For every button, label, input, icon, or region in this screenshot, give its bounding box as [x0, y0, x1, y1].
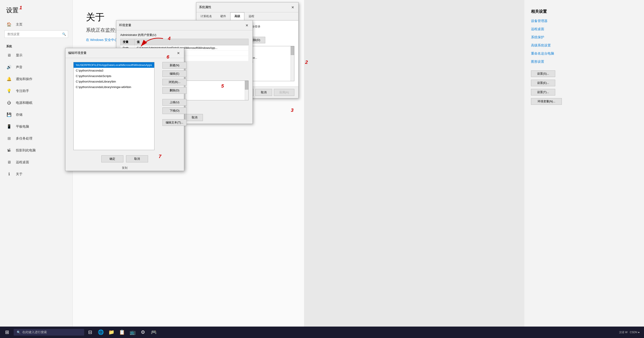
env-scrollbar-thumb[interactable] [245, 81, 248, 90]
taskbar-search-text: 在此键入进行搜索 [22, 330, 47, 334]
env-table-header-var: 变量 [120, 39, 134, 45]
scrollbar-thumb[interactable] [290, 46, 294, 55]
edit-env-item-4[interactable]: C:\python\Anaconda\Library\mingw-w64\bin [74, 84, 154, 90]
edit-env-list: %USERPROFILE%\AppData\Local\Microsoft\Wi… [73, 62, 154, 150]
annotation-2: 2 [305, 59, 308, 65]
edit-env-cancel-button[interactable]: 取消 [126, 155, 148, 163]
edit-env-ok-button[interactable]: 确定 [101, 155, 124, 163]
env-vars-cancel-button[interactable]: 取消 [186, 114, 203, 121]
tab-advanced[interactable]: 高级 [230, 12, 244, 20]
home-icon: 🏠 [6, 21, 12, 27]
sidebar-item-power[interactable]: ⏻ 电源和睡眠 [0, 97, 72, 109]
display-icon: 🖥 [6, 52, 12, 58]
env-vars-button[interactable]: 环境变量(N)... [531, 98, 562, 105]
taskbar-search[interactable]: 🔍 在此键入进行搜索 [14, 329, 84, 336]
related-link-device-manager[interactable]: 设备管理器 [531, 19, 638, 23]
sidebar-item-display[interactable]: 🖥 显示 [0, 49, 72, 61]
edit-env-item-2[interactable]: C:\python\Anaconda\Scripts [74, 73, 154, 79]
env-scrollbar-track[interactable] [245, 81, 248, 100]
env-vars-titlebar: 环境变量 ✕ [116, 20, 252, 30]
env-vars-close-button[interactable]: ✕ [244, 22, 250, 28]
edit-env-edit-button[interactable]: 编辑(E) [162, 70, 186, 77]
search-input[interactable] [4, 30, 68, 38]
tablet-label: 平板电脑 [16, 125, 29, 129]
env-table-header-value: 值 [134, 39, 248, 45]
system-props-title: 系统属性 [199, 5, 211, 9]
taskbar-icon-task-view[interactable]: ⊟ [86, 328, 95, 337]
taskbar-icon-app1[interactable]: 📋 [117, 328, 126, 337]
sound-icon: 🔊 [6, 64, 12, 70]
search-container: 🔍 [4, 30, 68, 38]
settings-title-text: 设置 [6, 7, 18, 14]
about-icon: ℹ [6, 171, 12, 177]
multitask-label: 多任务处理 [16, 137, 32, 141]
sidebar-item-focus[interactable]: 💡 专注助手 [0, 85, 72, 97]
related-link-rename-pc[interactable]: 重命名这台电脑 [531, 51, 638, 56]
sound-label: 声音 [16, 65, 22, 69]
tab-remote[interactable]: 远程 [244, 12, 258, 20]
taskbar-icon-edge[interactable]: 🌐 [96, 328, 105, 337]
system-props-close-button[interactable]: ✕ [290, 4, 296, 10]
notifications-label: 通知和操作 [16, 77, 32, 81]
scrollbar-track[interactable] [290, 46, 294, 81]
focus-icon: 💡 [6, 88, 12, 94]
edit-env-browse-button[interactable]: 浏览(B)... [162, 79, 186, 85]
edit-env-new-button[interactable]: 新建(N) [162, 62, 186, 69]
related-link-advanced-system[interactable]: 高级系统设置 [531, 43, 638, 47]
system-props-apply-button[interactable]: 应用(A) [274, 89, 294, 96]
system-props-tabs: 计算机名 硬件 高级 远程 [196, 12, 298, 20]
sidebar-item-sound[interactable]: 🔊 声音 [0, 61, 72, 73]
sidebar-item-storage[interactable]: 💾 存储 [0, 109, 72, 121]
taskbar-icon-settings[interactable]: ⚙ [138, 328, 148, 337]
power-icon: ⏻ [6, 100, 12, 106]
home-label: 主页 [16, 22, 22, 27]
related-link-system-protection[interactable]: 系统保护 [531, 35, 638, 39]
notifications-icon: 🔔 [6, 76, 12, 82]
edit-env-content: %USERPROFILE%\AppData\Local\Microsoft\Wi… [66, 58, 184, 153]
edit-env-list-container: %USERPROFILE%\AppData\Local\Microsoft\Wi… [70, 62, 158, 153]
tab-computer-name[interactable]: 计算机名 [196, 12, 216, 20]
system-props-cancel-button[interactable]: 取消 [255, 89, 272, 96]
taskbar-clock: CSDN ● [630, 331, 640, 334]
taskbar-icon-app3[interactable]: 🎮 [149, 328, 158, 337]
sidebar-item-notifications[interactable]: 🔔 通知和操作 [0, 73, 72, 85]
sidebar-item-remote[interactable]: 🖥 远程桌面 [0, 156, 72, 168]
taskbar: ⊞ 🔍 在此键入进行搜索 ⊟ 🌐 📁 📋 📺 ⚙ 🎮 汉语 W CSDN ● [0, 327, 644, 338]
project-label: 投影到此电脑 [16, 148, 36, 153]
edit-env-item-3[interactable]: C:\python\Anaconda\Library\bin [74, 79, 154, 84]
start-button[interactable]: ⊞ [2, 327, 12, 338]
edit-env-down-button[interactable]: 下移(O) [162, 107, 186, 114]
related-link-graphics[interactable]: 图形设置 [531, 60, 638, 64]
sidebar-item-project[interactable]: 📽 投影到此电脑 [0, 144, 72, 156]
edit-env-footer: 确定 取消 [66, 153, 184, 165]
display-label: 显示 [16, 53, 22, 57]
edit-env-up-button[interactable]: 上移(U) [162, 99, 186, 106]
section-system-label: 系统 [0, 42, 72, 49]
sidebar-item-tablet[interactable]: 📱 平板电脑 [0, 121, 72, 133]
edit-env-item-1[interactable]: C:\python\Anaconda3 [74, 68, 154, 73]
system-props-titlebar: 系统属性 ✕ [196, 2, 298, 12]
settings-sidebar: 设置 🏠 主页 🔍 系统 🖥 显示 🔊 声音 🔔 通知和操作 💡 专注助手 ⏻ … [0, 0, 73, 338]
edit-env-delete-button[interactable]: 删除(D) [162, 87, 186, 94]
tab-hardware[interactable]: 硬件 [216, 12, 230, 20]
settings-e-button[interactable]: 设置(E)... [531, 80, 555, 86]
related-link-remote-desktop[interactable]: 远程桌面 [531, 27, 638, 31]
edit-env-titlebar: 编辑环境变量 ✕ [66, 48, 184, 58]
settings-t-button[interactable]: 设置(T)... [531, 89, 555, 96]
settings-s-button[interactable]: 设置(S)... [531, 70, 555, 77]
taskbar-icon-app2[interactable]: 📺 [128, 328, 137, 337]
taskbar-lang: 汉语 W [619, 331, 628, 334]
about-label: 关于 [16, 172, 22, 176]
taskbar-icon-folder[interactable]: 📁 [107, 328, 116, 337]
sidebar-item-about[interactable]: ℹ 关于 [0, 168, 72, 180]
taskbar-right-area: 汉语 W CSDN ● [619, 331, 642, 334]
edit-env-close-button[interactable]: ✕ [175, 50, 181, 56]
edit-env-item-0[interactable]: %USERPROFILE%\AppData\Local\Microsoft\Wi… [74, 62, 154, 68]
taskbar-search-icon: 🔍 [17, 331, 20, 334]
sidebar-item-multitask[interactable]: ⊞ 多任务处理 [0, 133, 72, 144]
remote-label: 远程桌面 [16, 160, 29, 164]
edit-env-buttons: 新建(N) 编辑(E) 浏览(B)... 删除(D) 上移(U) 下移(O) 编… [160, 62, 188, 153]
sidebar-item-home[interactable]: 🏠 主页 [0, 18, 72, 30]
edit-env-edittext-button[interactable]: 编辑文本(T)... [162, 119, 186, 126]
project-icon: 📽 [6, 148, 12, 153]
